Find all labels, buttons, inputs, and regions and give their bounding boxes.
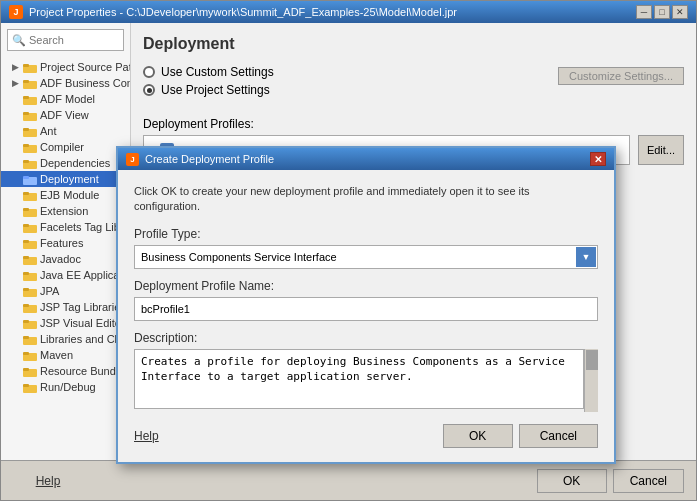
folder-icon bbox=[23, 238, 37, 249]
sidebar-item-adf-business-components[interactable]: ▶ADF Business Components bbox=[1, 75, 130, 91]
svg-rect-17 bbox=[23, 192, 29, 195]
sidebar-item-features[interactable]: Features bbox=[1, 235, 130, 251]
expand-icon bbox=[9, 237, 21, 249]
expand-icon bbox=[9, 381, 21, 393]
customize-settings-button[interactable]: Customize Settings... bbox=[558, 67, 684, 85]
radio-project-label: Use Project Settings bbox=[161, 83, 270, 97]
folder-icon bbox=[23, 382, 37, 393]
expand-icon: ▶ bbox=[9, 61, 21, 73]
radio-row-custom[interactable]: Use Custom Settings bbox=[143, 65, 274, 79]
sidebar-item-dependencies[interactable]: Dependencies bbox=[1, 155, 130, 171]
sidebar-item-javadoc[interactable]: Javadoc bbox=[1, 251, 130, 267]
modal-dialog: J Create Deployment Profile ✕ Click OK t… bbox=[116, 146, 616, 464]
cancel-button[interactable]: Cancel bbox=[613, 469, 684, 493]
sidebar-item-deployment[interactable]: Deployment bbox=[1, 171, 130, 187]
svg-rect-35 bbox=[23, 336, 29, 339]
sidebar-item-jsp-tag-libraries[interactable]: JSP Tag Librarie... bbox=[1, 299, 130, 315]
folder-icon bbox=[23, 222, 37, 233]
maximize-button[interactable]: □ bbox=[654, 5, 670, 19]
sidebar-item-label: Javadoc bbox=[40, 253, 81, 265]
sidebar-item-ant[interactable]: Ant bbox=[1, 123, 130, 139]
profile-type-select[interactable]: Business Components Service InterfaceEAR… bbox=[134, 245, 598, 269]
expand-icon bbox=[9, 365, 21, 377]
bottom-left: Help bbox=[13, 470, 83, 492]
folder-icon bbox=[23, 142, 37, 153]
minimize-button[interactable]: ─ bbox=[636, 5, 652, 19]
folder-icon bbox=[23, 366, 37, 377]
folder-icon bbox=[23, 286, 37, 297]
search-input[interactable] bbox=[29, 34, 119, 46]
modal-btn-group: OK Cancel bbox=[443, 424, 598, 448]
sidebar-item-maven[interactable]: Maven bbox=[1, 347, 130, 363]
svg-rect-23 bbox=[23, 240, 29, 243]
title-bar: J Project Properties - C:\JDeveloper\myw… bbox=[1, 1, 696, 23]
search-box[interactable]: 🔍 bbox=[7, 29, 124, 51]
sidebar-item-compiler[interactable]: Compiler bbox=[1, 139, 130, 155]
sidebar: 🔍 ▶Project Source Paths▶ADF Business Com… bbox=[1, 23, 131, 460]
svg-rect-5 bbox=[23, 96, 29, 99]
edit-button[interactable]: Edit... bbox=[638, 135, 684, 165]
expand-icon bbox=[9, 317, 21, 329]
modal-scrollbar[interactable] bbox=[584, 349, 598, 412]
sidebar-item-adf-view[interactable]: ADF View bbox=[1, 107, 130, 123]
radio-project[interactable] bbox=[143, 84, 155, 96]
modal-title-text: Create Deployment Profile bbox=[145, 153, 274, 165]
description-textarea[interactable] bbox=[134, 349, 584, 409]
sidebar-item-run-debug[interactable]: Run/Debug bbox=[1, 379, 130, 395]
expand-icon bbox=[9, 333, 21, 345]
svg-rect-39 bbox=[23, 368, 29, 371]
radio-custom[interactable] bbox=[143, 66, 155, 78]
sidebar-item-label: Features bbox=[40, 237, 83, 249]
profiles-label: Deployment Profiles: bbox=[143, 117, 684, 131]
modal-close-button[interactable]: ✕ bbox=[590, 152, 606, 166]
sidebar-item-jsp-visual-editor[interactable]: JSP Visual Editor... bbox=[1, 315, 130, 331]
close-button[interactable]: ✕ bbox=[672, 5, 688, 19]
sidebar-item-ejb-module[interactable]: EJB Module bbox=[1, 187, 130, 203]
modal-ok-button[interactable]: OK bbox=[443, 424, 513, 448]
help-button[interactable]: Help bbox=[13, 470, 83, 492]
expand-icon bbox=[9, 285, 21, 297]
folder-icon bbox=[23, 254, 37, 265]
expand-icon bbox=[9, 173, 21, 185]
svg-rect-37 bbox=[23, 352, 29, 355]
expand-icon bbox=[9, 253, 21, 265]
svg-rect-1 bbox=[23, 64, 29, 67]
profile-name-input[interactable] bbox=[134, 297, 598, 321]
modal-content: Click OK to create your new deployment p… bbox=[118, 170, 614, 462]
customize-row: Use Custom Settings Use Project Settings… bbox=[143, 65, 684, 107]
sidebar-item-libraries-and-cla[interactable]: Libraries and Cla... bbox=[1, 331, 130, 347]
modal-cancel-button[interactable]: Cancel bbox=[519, 424, 598, 448]
modal-help-button[interactable]: Help bbox=[134, 429, 159, 443]
sidebar-item-label: Deployment bbox=[40, 173, 99, 185]
ok-button[interactable]: OK bbox=[537, 469, 607, 493]
modal-title-left: J Create Deployment Profile bbox=[126, 153, 274, 166]
svg-rect-9 bbox=[23, 128, 29, 131]
sidebar-item-label: Compiler bbox=[40, 141, 84, 153]
svg-rect-33 bbox=[23, 320, 29, 323]
sidebar-item-resource-bundle[interactable]: Resource Bundle... bbox=[1, 363, 130, 379]
sidebar-item-project-source-paths[interactable]: ▶Project Source Paths bbox=[1, 59, 130, 75]
bottom-bar: Help OK Cancel bbox=[1, 460, 696, 500]
sidebar-item-adf-model[interactable]: ADF Model bbox=[1, 91, 130, 107]
sidebar-item-label: Dependencies bbox=[40, 157, 110, 169]
folder-icon bbox=[23, 62, 37, 73]
sidebar-item-jpa[interactable]: JPA bbox=[1, 283, 130, 299]
radio-row-project[interactable]: Use Project Settings bbox=[143, 83, 274, 97]
folder-icon bbox=[23, 206, 37, 217]
sidebar-item-label: JPA bbox=[40, 285, 59, 297]
sidebar-item-extension[interactable]: Extension bbox=[1, 203, 130, 219]
modal-title-bar: J Create Deployment Profile ✕ bbox=[118, 148, 614, 170]
svg-rect-15 bbox=[23, 176, 29, 179]
scrollbar-thumb bbox=[586, 350, 598, 370]
description-label: Description: bbox=[134, 331, 598, 345]
expand-icon bbox=[9, 189, 21, 201]
profile-type-label: Profile Type: bbox=[134, 227, 598, 241]
expand-icon bbox=[9, 205, 21, 217]
panel-title: Deployment bbox=[143, 35, 684, 53]
svg-rect-41 bbox=[23, 384, 29, 387]
sidebar-item-label: EJB Module bbox=[40, 189, 99, 201]
svg-rect-27 bbox=[23, 272, 29, 275]
sidebar-item-facelets-tag-lib[interactable]: Facelets Tag Lib... bbox=[1, 219, 130, 235]
sidebar-item-java-ee-applica[interactable]: Java EE Applica... bbox=[1, 267, 130, 283]
folder-icon bbox=[23, 350, 37, 361]
